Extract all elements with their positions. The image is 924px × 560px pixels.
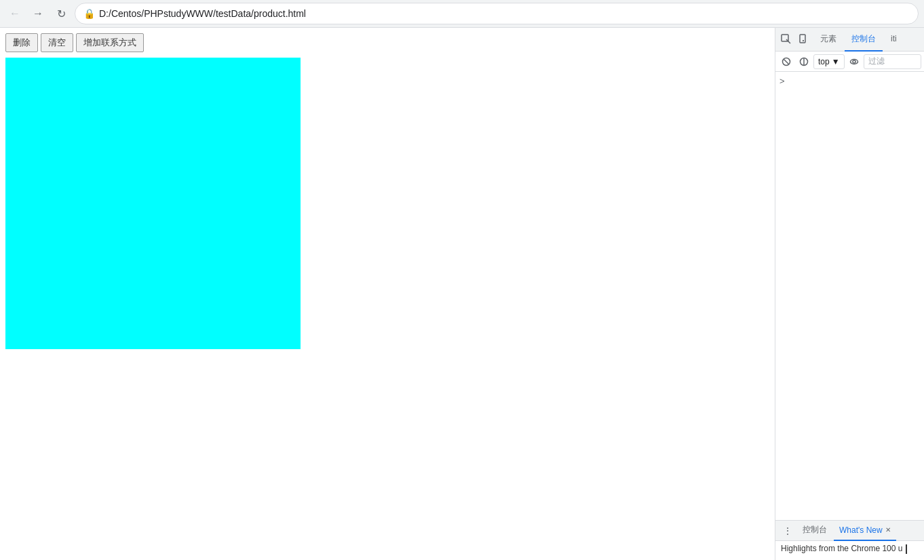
close-whats-new-icon[interactable]: ✕	[885, 526, 891, 534]
clear-button[interactable]: 清空	[41, 33, 73, 52]
tab-console-bottom[interactable]: 控制台	[797, 521, 832, 541]
bottom-tabs: ⋮ 控制台 What's New ✕	[775, 521, 924, 541]
tab-iti[interactable]: iti	[884, 28, 904, 52]
inspect-element-icon[interactable]	[778, 31, 794, 47]
cyan-box	[5, 58, 301, 349]
delete-button[interactable]: 删除	[5, 33, 38, 52]
reload-button[interactable]: ↻	[52, 4, 71, 23]
page-content: 删除 清空 增加联系方式	[0, 28, 775, 560]
browser-chrome: ← → ↻ 🔒 D:/Centos/PHPstudyWWW/testData/p…	[0, 0, 924, 28]
svg-line-4	[784, 59, 789, 64]
filter-placeholder: 过滤	[868, 56, 885, 67]
tab-whats-new[interactable]: What's New ✕	[834, 521, 896, 541]
address-text: D:/Centos/PHPstudyWWW/testData/product.h…	[99, 8, 910, 19]
svg-point-8	[853, 60, 855, 63]
devtools-toolbar: top ▼ 过滤	[775, 52, 924, 72]
svg-rect-1	[800, 35, 805, 43]
filter-input[interactable]: 过滤	[864, 54, 921, 69]
svg-rect-2	[803, 40, 804, 41]
browser-body: 删除 清空 增加联系方式 元素 控制台 iti	[0, 28, 924, 560]
page-buttons: 删除 清空 增加联系方式	[0, 28, 775, 58]
drawer-menu-icon[interactable]: ⋮	[779, 523, 796, 539]
eye-icon[interactable]	[846, 54, 862, 70]
device-mode-icon[interactable]	[796, 31, 812, 47]
context-dropdown[interactable]: top ▼	[813, 54, 845, 69]
devtools-bottom: ⋮ 控制台 What's New ✕ Highlights from the C…	[775, 520, 924, 560]
forward-button[interactable]: →	[28, 4, 47, 23]
lock-icon: 🔒	[83, 8, 95, 19]
block-icon[interactable]	[796, 54, 812, 70]
devtools-panel: 元素 控制台 iti top ▼ 过滤	[775, 28, 924, 560]
bottom-content: Highlights from the Chrome 100 u	[775, 541, 924, 560]
dropdown-arrow-icon: ▼	[832, 57, 840, 66]
address-bar[interactable]: 🔒 D:/Centos/PHPstudyWWW/testData/product…	[75, 3, 919, 24]
devtools-tabs: 元素 控制台 iti	[775, 28, 924, 52]
back-button[interactable]: ←	[5, 4, 24, 23]
devtools-body: >	[775, 72, 924, 520]
dropdown-label: top	[818, 57, 830, 66]
add-contact-button[interactable]: 增加联系方式	[76, 33, 144, 52]
cursor-indicator	[906, 544, 907, 554]
tab-elements[interactable]: 元素	[813, 28, 843, 52]
browser-toolbar: ← → ↻ 🔒 D:/Centos/PHPstudyWWW/testData/p…	[0, 0, 924, 27]
console-prompt-icon: >	[779, 76, 785, 86]
clear-console-icon[interactable]	[778, 54, 794, 70]
tab-console[interactable]: 控制台	[845, 28, 883, 52]
bottom-content-text: Highlights from the Chrome 100 u	[781, 544, 902, 553]
